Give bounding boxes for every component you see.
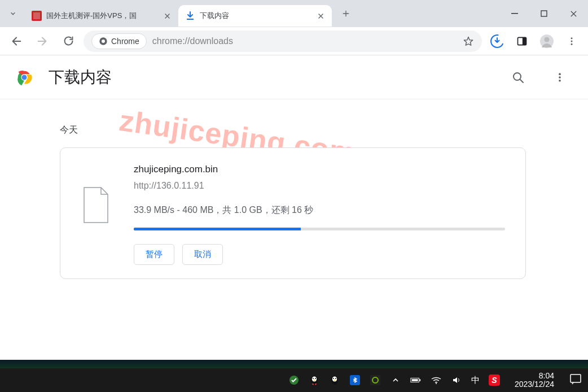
svg-point-20	[559, 76, 561, 79]
svg-point-18	[514, 73, 521, 80]
close-icon[interactable]	[163, 11, 172, 20]
progress-bar	[134, 228, 505, 230]
tray-date: 2023/12/24	[515, 380, 554, 389]
profile-avatar-icon[interactable]	[536, 31, 558, 52]
svg-point-19	[559, 73, 561, 75]
svg-point-24	[312, 377, 317, 382]
svg-point-27	[314, 380, 315, 381]
desktop-background	[0, 360, 588, 368]
menu-kebab-icon[interactable]	[561, 31, 582, 52]
downloads-toolbar-icon[interactable]	[486, 31, 508, 52]
tabs-dropdown-button[interactable]	[1, 0, 25, 27]
downloads-page: 下载内容 zhujiceping.com 今天 zhujiceping.com.…	[0, 55, 588, 368]
page-menu-icon[interactable]	[546, 64, 573, 91]
tab-title: 国外主机测评-国外VPS，国	[46, 11, 158, 21]
page-body: zhujiceping.com 今天 zhujiceping.com.bin h…	[0, 124, 588, 279]
site-favicon-icon	[32, 11, 42, 21]
svg-point-39	[436, 383, 437, 384]
reload-button[interactable]	[58, 31, 79, 52]
maximize-button[interactable]	[529, 0, 559, 27]
sidepanel-icon[interactable]	[511, 31, 533, 52]
file-icon	[81, 186, 111, 224]
download-favicon-icon	[185, 11, 195, 21]
url-text: chrome://downloads	[152, 36, 233, 46]
download-source-url[interactable]: http://136.0.11.91	[134, 181, 505, 191]
progress-bar-fill	[134, 228, 301, 230]
new-tab-button[interactable]	[337, 5, 354, 22]
forward-button[interactable]	[32, 31, 53, 52]
svg-rect-42	[571, 374, 581, 382]
tray-nvidia-icon[interactable]	[370, 374, 381, 386]
tray-volume-icon[interactable]	[451, 374, 462, 386]
svg-rect-3	[511, 13, 518, 14]
address-bar[interactable]: Chrome chrome://downloads	[84, 31, 482, 52]
minimize-button[interactable]	[500, 0, 529, 27]
svg-point-6	[102, 40, 105, 43]
tray-qq-icon[interactable]	[309, 374, 320, 386]
svg-point-11	[545, 37, 550, 42]
page-header: 下载内容	[0, 55, 588, 99]
tray-sogou-icon[interactable]: S	[489, 374, 500, 386]
tray-time: 8:04	[515, 372, 554, 380]
back-button[interactable]	[6, 31, 27, 52]
tray-wifi-icon[interactable]	[431, 374, 442, 386]
tab-item[interactable]: 国外主机测评-国外VPS，国	[25, 5, 178, 27]
svg-point-26	[315, 378, 316, 379]
svg-point-32	[334, 380, 336, 381]
close-icon[interactable]	[316, 11, 325, 20]
search-icon[interactable]	[504, 64, 532, 91]
page-title: 下载内容	[49, 67, 112, 88]
tray-notifications-icon[interactable]	[569, 372, 585, 388]
browser-tab-strip: 国外主机测评-国外VPS，国 下载内容	[0, 0, 588, 27]
svg-rect-2	[187, 19, 194, 20]
svg-point-31	[335, 378, 336, 379]
browser-toolbar: Chrome chrome://downloads	[0, 27, 588, 55]
cancel-button[interactable]: 取消	[182, 244, 223, 265]
svg-point-13	[571, 40, 573, 42]
tray-clock[interactable]: 8:04 2023/12/24	[515, 372, 554, 389]
window-close-button[interactable]	[559, 0, 588, 27]
pause-button[interactable]: 暂停	[134, 244, 174, 265]
tray-qq-icon[interactable]	[329, 374, 340, 386]
download-item-card: zhujiceping.com.bin http://136.0.11.91 3…	[60, 147, 526, 279]
svg-text:S: S	[492, 376, 497, 385]
svg-rect-9	[523, 37, 526, 45]
svg-rect-4	[541, 11, 547, 16]
download-filename[interactable]: zhujiceping.com.bin	[134, 164, 505, 175]
window-controls	[500, 0, 588, 27]
tab-item-active[interactable]: 下载内容	[178, 5, 332, 27]
tray-chevron-up-icon[interactable]	[390, 374, 401, 386]
section-today: 今天	[60, 124, 588, 136]
svg-point-30	[333, 378, 334, 379]
chrome-chip: Chrome	[91, 33, 147, 49]
tray-shield-icon[interactable]	[288, 374, 300, 386]
svg-rect-38	[419, 379, 420, 381]
svg-point-12	[571, 37, 573, 39]
tray-ime-indicator[interactable]: 中	[471, 374, 480, 386]
svg-rect-1	[33, 12, 40, 19]
svg-rect-34	[370, 375, 380, 385]
svg-point-21	[559, 80, 561, 82]
svg-point-29	[332, 377, 337, 382]
svg-point-25	[313, 378, 314, 379]
tab-title: 下载内容	[200, 11, 311, 21]
tray-bluetooth-icon[interactable]	[349, 374, 361, 386]
chrome-logo-icon	[15, 68, 34, 87]
chip-label: Chrome	[111, 37, 139, 46]
windows-taskbar: 中 S 8:04 2023/12/24	[0, 368, 588, 392]
svg-rect-37	[412, 379, 418, 381]
tray-battery-icon[interactable]	[410, 374, 422, 386]
svg-point-14	[571, 43, 573, 45]
download-status: 33.9 MB/s - 460 MB，共 1.0 GB，还剩 16 秒	[134, 204, 505, 216]
bookmark-star-icon[interactable]	[463, 36, 474, 47]
